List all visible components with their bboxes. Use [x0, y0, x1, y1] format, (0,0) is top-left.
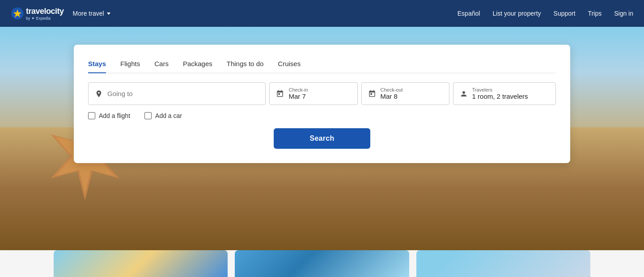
travelers-person-icon — [460, 90, 468, 98]
search-btn-container: Search — [88, 128, 556, 149]
location-pin-icon — [95, 90, 103, 98]
nav-list-property[interactable]: List your property — [492, 10, 541, 17]
add-car-checkbox[interactable] — [144, 112, 152, 119]
search-button[interactable]: Search — [274, 128, 370, 149]
bottom-card-1[interactable] — [54, 250, 228, 277]
search-form-row: Check-in Mar 7 Check-out Mar 8 — [88, 82, 556, 105]
checkout-field[interactable]: Check-out Mar 8 — [361, 82, 449, 105]
add-car-label: Add a car — [155, 112, 182, 119]
travelers-field[interactable]: Travelers 1 room, 2 travelers — [453, 82, 556, 105]
logo-brand-name: travelocity — [26, 7, 64, 16]
more-travel-label: More travel — [73, 10, 104, 17]
going-to-input[interactable] — [107, 90, 259, 97]
add-car-checkbox-label[interactable]: Add a car — [144, 112, 182, 119]
more-travel-menu[interactable]: More travel — [73, 10, 110, 17]
bottom-cards-strip — [0, 250, 644, 277]
add-flight-checkbox[interactable] — [88, 112, 95, 119]
checkout-value: Mar 8 — [381, 92, 403, 100]
tab-stays[interactable]: Stays — [88, 55, 106, 73]
nav-sign-in[interactable]: Sign in — [614, 10, 633, 17]
checkout-label: Check-out — [381, 87, 403, 92]
navbar-right: Español List your property Support Trips… — [458, 10, 633, 17]
travelers-label: Travelers — [472, 87, 528, 92]
navbar: travelocity by ✦ Expedia More travel Esp… — [0, 0, 644, 27]
logo-text-container: travelocity by ✦ Expedia — [26, 7, 64, 21]
travelocity-logo-icon — [11, 7, 24, 20]
hero-section: Stays Flights Cars Packages Things to do… — [0, 27, 644, 250]
tab-flights[interactable]: Flights — [120, 55, 140, 73]
logo[interactable]: travelocity by ✦ Expedia — [11, 7, 64, 21]
tab-cruises[interactable]: Cruises — [278, 55, 301, 73]
travelers-label-group: Travelers 1 room, 2 travelers — [472, 87, 528, 100]
going-to-field[interactable] — [88, 82, 266, 105]
add-flight-label: Add a flight — [99, 112, 130, 119]
bottom-card-2[interactable] — [235, 250, 409, 277]
nav-trips[interactable]: Trips — [588, 10, 602, 17]
checkin-label: Check-in — [288, 87, 308, 92]
checkin-field[interactable]: Check-in Mar 7 — [269, 82, 357, 105]
tab-packages[interactable]: Packages — [183, 55, 212, 73]
add-ons-row: Add a flight Add a car — [88, 112, 556, 119]
tab-things-to-do[interactable]: Things to do — [227, 55, 264, 73]
nav-espanol[interactable]: Español — [458, 10, 480, 17]
checkin-value: Mar 7 — [288, 92, 308, 100]
chevron-down-icon — [107, 13, 110, 15]
search-tabs: Stays Flights Cars Packages Things to do… — [88, 55, 556, 73]
search-card: Stays Flights Cars Packages Things to do… — [74, 45, 570, 163]
add-flight-checkbox-label[interactable]: Add a flight — [88, 112, 130, 119]
bottom-card-3[interactable] — [416, 250, 590, 277]
travelers-value: 1 room, 2 travelers — [472, 92, 528, 100]
logo-sub-brand: by ✦ Expedia — [26, 16, 51, 21]
navbar-left: travelocity by ✦ Expedia More travel — [11, 7, 110, 21]
checkout-calendar-icon — [368, 90, 376, 98]
checkin-calendar-icon — [276, 90, 284, 98]
checkin-label-group: Check-in Mar 7 — [288, 87, 308, 100]
checkout-label-group: Check-out Mar 8 — [381, 87, 403, 100]
nav-support[interactable]: Support — [554, 10, 576, 17]
tab-cars[interactable]: Cars — [154, 55, 169, 73]
